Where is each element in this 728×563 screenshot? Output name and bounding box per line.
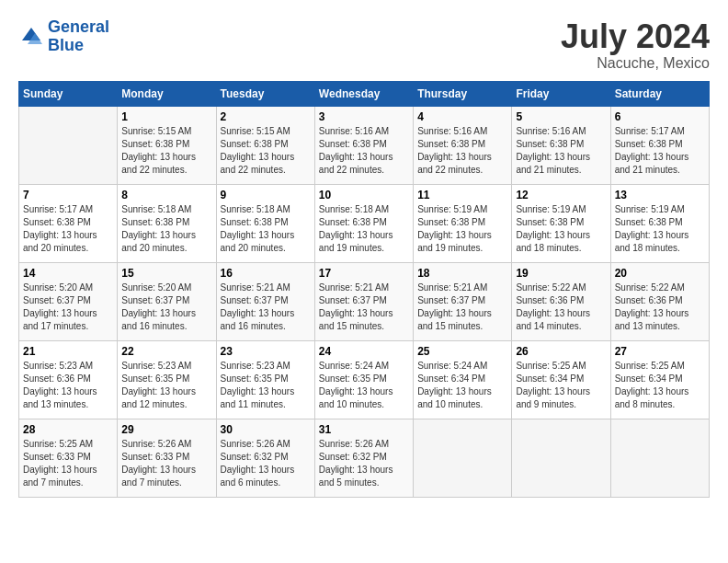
day-info: Sunrise: 5:16 AM Sunset: 6:38 PM Dayligh… bbox=[417, 125, 507, 177]
month-year-title: July 2024 bbox=[561, 18, 710, 55]
table-row: 12Sunrise: 5:19 AM Sunset: 6:38 PM Dayli… bbox=[512, 184, 610, 262]
day-info: Sunrise: 5:18 AM Sunset: 6:38 PM Dayligh… bbox=[221, 203, 311, 255]
location-subtitle: Nacuche, Mexico bbox=[561, 55, 710, 72]
calendar-week-row: 21Sunrise: 5:23 AM Sunset: 6:36 PM Dayli… bbox=[19, 340, 710, 419]
table-row: 3Sunrise: 5:16 AM Sunset: 6:38 PM Daylig… bbox=[314, 106, 413, 184]
day-number: 6 bbox=[615, 110, 705, 123]
day-info: Sunrise: 5:24 AM Sunset: 6:34 PM Dayligh… bbox=[417, 360, 507, 411]
day-number: 21 bbox=[23, 345, 113, 358]
day-info: Sunrise: 5:15 AM Sunset: 6:38 PM Dayligh… bbox=[121, 125, 211, 177]
day-info: Sunrise: 5:19 AM Sunset: 6:38 PM Dayligh… bbox=[516, 203, 606, 255]
table-row: 13Sunrise: 5:19 AM Sunset: 6:38 PM Dayli… bbox=[610, 184, 709, 262]
table-row: 28Sunrise: 5:25 AM Sunset: 6:33 PM Dayli… bbox=[19, 419, 118, 497]
header-wednesday: Wednesday bbox=[314, 81, 413, 106]
day-info: Sunrise: 5:25 AM Sunset: 6:34 PM Dayligh… bbox=[615, 360, 705, 411]
day-number: 3 bbox=[319, 110, 409, 123]
table-row bbox=[19, 106, 118, 184]
table-row: 5Sunrise: 5:16 AM Sunset: 6:38 PM Daylig… bbox=[512, 106, 610, 184]
day-info: Sunrise: 5:17 AM Sunset: 6:38 PM Dayligh… bbox=[23, 203, 113, 255]
day-number: 1 bbox=[121, 110, 211, 123]
logo: General Blue bbox=[18, 18, 109, 55]
day-info: Sunrise: 5:18 AM Sunset: 6:38 PM Dayligh… bbox=[319, 203, 409, 255]
day-number: 17 bbox=[319, 267, 409, 280]
day-number: 24 bbox=[319, 345, 409, 358]
table-row: 17Sunrise: 5:21 AM Sunset: 6:37 PM Dayli… bbox=[314, 262, 413, 340]
table-row: 20Sunrise: 5:22 AM Sunset: 6:36 PM Dayli… bbox=[610, 262, 709, 340]
day-number: 10 bbox=[319, 189, 409, 201]
day-info: Sunrise: 5:19 AM Sunset: 6:38 PM Dayligh… bbox=[615, 203, 705, 255]
table-row: 4Sunrise: 5:16 AM Sunset: 6:38 PM Daylig… bbox=[414, 106, 512, 184]
table-row: 27Sunrise: 5:25 AM Sunset: 6:34 PM Dayli… bbox=[610, 340, 709, 419]
table-row: 9Sunrise: 5:18 AM Sunset: 6:38 PM Daylig… bbox=[216, 184, 314, 262]
day-info: Sunrise: 5:20 AM Sunset: 6:37 PM Dayligh… bbox=[23, 282, 113, 333]
day-number: 16 bbox=[221, 267, 311, 280]
logo-text: General Blue bbox=[48, 18, 109, 55]
table-row: 11Sunrise: 5:19 AM Sunset: 6:38 PM Dayli… bbox=[414, 184, 512, 262]
day-number: 7 bbox=[23, 189, 113, 201]
table-row: 22Sunrise: 5:23 AM Sunset: 6:35 PM Dayli… bbox=[118, 340, 216, 419]
day-info: Sunrise: 5:25 AM Sunset: 6:34 PM Dayligh… bbox=[516, 360, 606, 411]
calendar-week-row: 28Sunrise: 5:25 AM Sunset: 6:33 PM Dayli… bbox=[19, 419, 710, 497]
table-row: 8Sunrise: 5:18 AM Sunset: 6:38 PM Daylig… bbox=[118, 184, 216, 262]
table-row bbox=[610, 419, 709, 497]
day-info: Sunrise: 5:23 AM Sunset: 6:35 PM Dayligh… bbox=[221, 360, 311, 411]
table-row: 6Sunrise: 5:17 AM Sunset: 6:38 PM Daylig… bbox=[610, 106, 709, 184]
day-info: Sunrise: 5:26 AM Sunset: 6:32 PM Dayligh… bbox=[319, 438, 409, 489]
header-tuesday: Tuesday bbox=[216, 81, 314, 106]
day-number: 30 bbox=[221, 423, 311, 436]
day-number: 2 bbox=[221, 110, 311, 123]
day-number: 11 bbox=[417, 189, 507, 201]
day-number: 29 bbox=[121, 423, 211, 436]
day-info: Sunrise: 5:21 AM Sunset: 6:37 PM Dayligh… bbox=[221, 282, 311, 333]
day-number: 12 bbox=[516, 189, 606, 201]
page-header: General Blue July 2024 Nacuche, Mexico bbox=[18, 18, 710, 72]
header-monday: Monday bbox=[118, 81, 216, 106]
day-number: 26 bbox=[516, 345, 606, 358]
calendar-table: Sunday Monday Tuesday Wednesday Thursday… bbox=[18, 81, 710, 498]
header-thursday: Thursday bbox=[414, 81, 512, 106]
day-number: 13 bbox=[615, 189, 705, 201]
day-info: Sunrise: 5:23 AM Sunset: 6:36 PM Dayligh… bbox=[23, 360, 113, 411]
header-friday: Friday bbox=[512, 81, 610, 106]
table-row: 31Sunrise: 5:26 AM Sunset: 6:32 PM Dayli… bbox=[314, 419, 413, 497]
day-number: 4 bbox=[417, 110, 507, 123]
day-number: 22 bbox=[121, 345, 211, 358]
table-row: 30Sunrise: 5:26 AM Sunset: 6:32 PM Dayli… bbox=[216, 419, 314, 497]
table-row: 19Sunrise: 5:22 AM Sunset: 6:36 PM Dayli… bbox=[512, 262, 610, 340]
day-number: 23 bbox=[221, 345, 311, 358]
calendar-week-row: 1Sunrise: 5:15 AM Sunset: 6:38 PM Daylig… bbox=[19, 106, 710, 184]
day-number: 28 bbox=[23, 423, 113, 436]
day-number: 25 bbox=[417, 345, 507, 358]
day-info: Sunrise: 5:20 AM Sunset: 6:37 PM Dayligh… bbox=[121, 282, 211, 333]
calendar-week-row: 14Sunrise: 5:20 AM Sunset: 6:37 PM Dayli… bbox=[19, 262, 710, 340]
table-row: 21Sunrise: 5:23 AM Sunset: 6:36 PM Dayli… bbox=[19, 340, 118, 419]
day-number: 18 bbox=[417, 267, 507, 280]
day-info: Sunrise: 5:22 AM Sunset: 6:36 PM Dayligh… bbox=[516, 282, 606, 333]
table-row: 14Sunrise: 5:20 AM Sunset: 6:37 PM Dayli… bbox=[19, 262, 118, 340]
day-info: Sunrise: 5:26 AM Sunset: 6:33 PM Dayligh… bbox=[121, 438, 211, 489]
day-number: 15 bbox=[121, 267, 211, 280]
day-info: Sunrise: 5:17 AM Sunset: 6:38 PM Dayligh… bbox=[615, 125, 705, 177]
logo-icon bbox=[18, 24, 44, 50]
table-row: 10Sunrise: 5:18 AM Sunset: 6:38 PM Dayli… bbox=[314, 184, 413, 262]
calendar-week-row: 7Sunrise: 5:17 AM Sunset: 6:38 PM Daylig… bbox=[19, 184, 710, 262]
header-saturday: Saturday bbox=[610, 81, 709, 106]
table-row: 16Sunrise: 5:21 AM Sunset: 6:37 PM Dayli… bbox=[216, 262, 314, 340]
table-row bbox=[414, 419, 512, 497]
title-block: July 2024 Nacuche, Mexico bbox=[561, 18, 710, 72]
day-info: Sunrise: 5:25 AM Sunset: 6:33 PM Dayligh… bbox=[23, 438, 113, 489]
day-info: Sunrise: 5:16 AM Sunset: 6:38 PM Dayligh… bbox=[516, 125, 606, 177]
table-row: 2Sunrise: 5:15 AM Sunset: 6:38 PM Daylig… bbox=[216, 106, 314, 184]
day-number: 27 bbox=[615, 345, 705, 358]
day-info: Sunrise: 5:18 AM Sunset: 6:38 PM Dayligh… bbox=[121, 203, 211, 255]
day-info: Sunrise: 5:22 AM Sunset: 6:36 PM Dayligh… bbox=[615, 282, 705, 333]
day-number: 14 bbox=[23, 267, 113, 280]
day-number: 20 bbox=[615, 267, 705, 280]
calendar-header-row: Sunday Monday Tuesday Wednesday Thursday… bbox=[19, 81, 710, 106]
day-info: Sunrise: 5:21 AM Sunset: 6:37 PM Dayligh… bbox=[417, 282, 507, 333]
table-row: 18Sunrise: 5:21 AM Sunset: 6:37 PM Dayli… bbox=[414, 262, 512, 340]
day-info: Sunrise: 5:23 AM Sunset: 6:35 PM Dayligh… bbox=[121, 360, 211, 411]
table-row: 24Sunrise: 5:24 AM Sunset: 6:35 PM Dayli… bbox=[314, 340, 413, 419]
day-info: Sunrise: 5:21 AM Sunset: 6:37 PM Dayligh… bbox=[319, 282, 409, 333]
day-info: Sunrise: 5:26 AM Sunset: 6:32 PM Dayligh… bbox=[221, 438, 311, 489]
